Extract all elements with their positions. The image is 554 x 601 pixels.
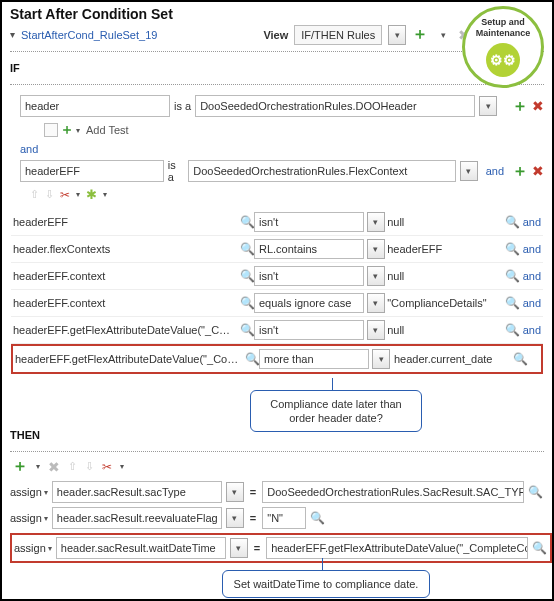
- if-cond1-left[interactable]: header: [20, 95, 170, 117]
- cond-row-2: headerEFF.context 🔍 isn't▾ null 🔍and: [11, 263, 543, 290]
- cond1-add-button[interactable]: ＋: [512, 96, 528, 117]
- search-icon[interactable]: 🔍: [240, 323, 254, 337]
- cut-icon[interactable]: ✂: [60, 188, 70, 202]
- assign-field[interactable]: header.sacResult.sacType: [52, 481, 222, 503]
- assign-field[interactable]: header.sacResult.waitDateTime: [56, 537, 226, 559]
- add-test-dropdown[interactable]: ▾: [76, 126, 80, 135]
- cond-val[interactable]: null: [387, 270, 500, 282]
- trail-and[interactable]: and: [523, 216, 541, 228]
- trail-and[interactable]: and: [523, 297, 541, 309]
- cond-val[interactable]: null: [387, 216, 500, 228]
- cond-op[interactable]: isn't: [254, 320, 364, 340]
- if-cond1-right[interactable]: DooSeededOrchestrationRules.DOOHeader: [195, 95, 475, 117]
- op-dd[interactable]: ▾: [367, 212, 385, 232]
- cond-left[interactable]: headerEFF: [13, 216, 240, 228]
- add-rule-dropdown[interactable]: ▾: [434, 25, 452, 45]
- val-search-icon[interactable]: 🔍: [505, 215, 519, 229]
- then-cut-dd[interactable]: ▾: [120, 462, 124, 471]
- move-down-icon[interactable]: ⇩: [45, 188, 54, 201]
- callout-then: Set waitDateTime to compliance date.: [222, 570, 430, 598]
- then-delete-button[interactable]: ✖: [48, 459, 60, 475]
- cond-left[interactable]: headerEFF.getFlexAttributeDateValue("_Co…: [15, 353, 245, 365]
- cond-op[interactable]: RL.contains: [254, 239, 364, 259]
- assign-label[interactable]: assign: [10, 512, 42, 524]
- assign-field-dd[interactable]: ▾: [226, 482, 244, 502]
- setup-maintenance-badge: Setup and Maintenance ⚙⚙: [462, 6, 544, 88]
- equals: =: [250, 512, 256, 524]
- cond2-add-button[interactable]: ＋: [512, 161, 528, 182]
- cond-val[interactable]: headerEFF: [387, 243, 500, 255]
- assign-field[interactable]: header.sacResult.reevaluateFlag: [52, 507, 222, 529]
- trail-and[interactable]: and: [523, 243, 541, 255]
- then-cut-icon[interactable]: ✂: [102, 460, 112, 474]
- cut-dd[interactable]: ▾: [76, 190, 80, 199]
- then-down[interactable]: ⇩: [85, 460, 94, 473]
- cond1-type-dropdown[interactable]: ▾: [479, 96, 497, 116]
- cond-left[interactable]: headerEFF.getFlexAttributeDateValue("_Co…: [13, 324, 240, 336]
- search-icon[interactable]: 🔍: [240, 215, 254, 229]
- assign-type-dd[interactable]: ▾: [48, 544, 52, 553]
- op-dd[interactable]: ▾: [367, 266, 385, 286]
- assign-search-icon[interactable]: 🔍: [532, 541, 546, 555]
- val-search-icon[interactable]: 🔍: [505, 269, 519, 283]
- val-search-icon[interactable]: 🔍: [505, 296, 519, 310]
- cond2-delete-button[interactable]: ✖: [532, 163, 544, 179]
- search-icon[interactable]: 🔍: [240, 269, 254, 283]
- cond-op[interactable]: isn't: [254, 266, 364, 286]
- assign-label[interactable]: assign: [10, 486, 42, 498]
- search-icon[interactable]: 🔍: [240, 296, 254, 310]
- assign-value[interactable]: headerEFF.getFlexAttributeDateValue("_Co…: [266, 537, 528, 559]
- val-search-icon[interactable]: 🔍: [505, 242, 519, 256]
- assign-field-dd[interactable]: ▾: [230, 538, 248, 558]
- cond-left[interactable]: headerEFF.context: [13, 270, 240, 282]
- cond-op[interactable]: more than: [259, 349, 369, 369]
- add-rule-button[interactable]: ＋: [412, 24, 428, 45]
- assign-search-icon[interactable]: 🔍: [310, 511, 324, 525]
- then-add-button[interactable]: ＋: [12, 456, 28, 477]
- assign-type-dd[interactable]: ▾: [44, 514, 48, 523]
- callout-line1: Compliance date later than: [261, 397, 411, 411]
- trail-and[interactable]: and: [523, 270, 541, 282]
- val-search-icon[interactable]: 🔍: [505, 323, 519, 337]
- assign-row-0: assign ▾ header.sacResult.sacType ▾ = Do…: [10, 481, 552, 503]
- cond-val[interactable]: header.current_date: [394, 353, 509, 365]
- cond1-delete-button[interactable]: ✖: [532, 98, 544, 114]
- search-icon[interactable]: 🔍: [245, 352, 259, 366]
- op-dd[interactable]: ▾: [367, 320, 385, 340]
- page-title: Start After Condition Set: [10, 6, 544, 22]
- val-search-icon[interactable]: 🔍: [513, 352, 527, 366]
- trail-and[interactable]: and: [523, 324, 541, 336]
- collapse-icon[interactable]: ▾: [10, 29, 15, 40]
- if-cond2-left[interactable]: headerEFF: [20, 160, 164, 182]
- assign-value[interactable]: "N": [262, 507, 306, 529]
- op-dd[interactable]: ▾: [367, 239, 385, 259]
- cond-val[interactable]: "ComplianceDetails": [387, 297, 500, 309]
- move-up-icon[interactable]: ⇧: [30, 188, 39, 201]
- assign-type-dd[interactable]: ▾: [44, 488, 48, 497]
- op-dd[interactable]: ▾: [367, 293, 385, 313]
- copy-icon[interactable]: [44, 123, 58, 137]
- view-dropdown[interactable]: ▾: [388, 25, 406, 45]
- cond-row-4: headerEFF.getFlexAttributeDateValue("_Co…: [11, 317, 543, 344]
- cond-op[interactable]: equals ignore case: [254, 293, 364, 313]
- search-icon[interactable]: 🔍: [240, 242, 254, 256]
- cond-val[interactable]: null: [387, 324, 500, 336]
- if-cond2-right[interactable]: DooSeededOrchestrationRules.FlexContext: [188, 160, 456, 182]
- then-up[interactable]: ⇧: [68, 460, 77, 473]
- cond-left[interactable]: headerEFF.context: [13, 297, 240, 309]
- add-test-plus[interactable]: ＋: [60, 121, 74, 139]
- ruleset-link[interactable]: StartAfterCond_RuleSet_19: [21, 29, 157, 41]
- cond2-type-dropdown[interactable]: ▾: [460, 161, 477, 181]
- assign-field-dd[interactable]: ▾: [226, 508, 244, 528]
- assign-row-1: assign ▾ header.sacResult.reevaluateFlag…: [10, 507, 552, 529]
- then-add-dd[interactable]: ▾: [36, 462, 40, 471]
- settings-icon[interactable]: ✱: [86, 187, 97, 202]
- cond-op[interactable]: isn't: [254, 212, 364, 232]
- assign-search-icon[interactable]: 🔍: [528, 485, 542, 499]
- cond-left[interactable]: header.flexContexts: [13, 243, 240, 255]
- op-dd[interactable]: ▾: [372, 349, 390, 369]
- settings-dd[interactable]: ▾: [103, 190, 107, 199]
- assign-value[interactable]: DooSeededOrchestrationRules.SacResult.SA…: [262, 481, 524, 503]
- assign-label[interactable]: assign: [14, 542, 46, 554]
- cond-row-1: header.flexContexts 🔍 RL.contains▾ heade…: [11, 236, 543, 263]
